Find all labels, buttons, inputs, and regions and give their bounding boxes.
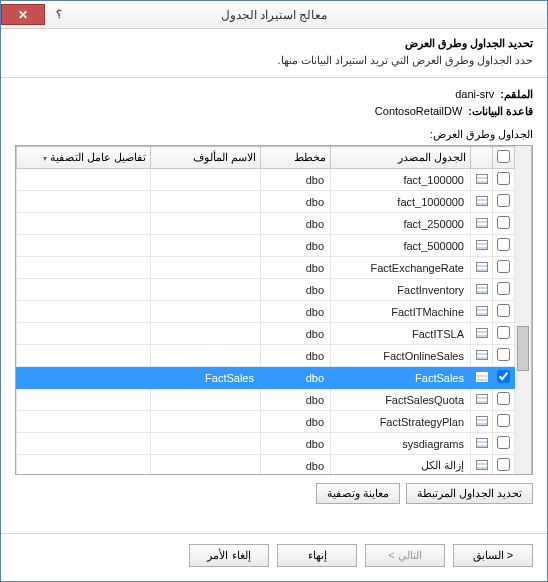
row-schema: dbo — [261, 213, 331, 235]
table-icon — [476, 262, 488, 272]
col-icon — [471, 147, 493, 169]
table-row[interactable]: FactStrategyPlandbo — [17, 411, 515, 433]
table-icon — [476, 372, 488, 382]
row-schema: dbo — [261, 191, 331, 213]
row-checkbox[interactable] — [497, 238, 510, 251]
row-check-cell — [493, 235, 515, 257]
row-checkbox[interactable] — [497, 194, 510, 207]
finish-button[interactable]: إنهاء — [277, 544, 357, 567]
vertical-scrollbar[interactable] — [515, 146, 532, 474]
row-filter — [17, 323, 151, 345]
row-source: fact_1000000 — [331, 191, 471, 213]
table-row[interactable]: FactITSLAdbo — [17, 323, 515, 345]
wizard-window: ✕ ؟ معالج استيراد الجدول تحديد الجداول و… — [0, 0, 548, 582]
cancel-button[interactable]: إلغاء الأمر — [189, 544, 269, 567]
row-alias — [151, 213, 261, 235]
row-icon-cell — [471, 367, 493, 389]
col-schema[interactable]: مخطط — [261, 147, 331, 169]
table-row[interactable]: FactSalesQuotadbo — [17, 389, 515, 411]
row-check-cell — [493, 301, 515, 323]
row-filter — [17, 191, 151, 213]
grid-viewport: الجدول المصدر مخطط الاسم المألوف تفاصيل … — [16, 146, 515, 474]
col-check — [493, 147, 515, 169]
row-check-cell — [493, 455, 515, 475]
col-source[interactable]: الجدول المصدر — [331, 147, 471, 169]
row-checkbox[interactable] — [497, 414, 510, 427]
preview-filter-button[interactable]: معاينة وتصفية — [316, 483, 400, 504]
row-checkbox[interactable] — [497, 392, 510, 405]
row-checkbox[interactable] — [497, 326, 510, 339]
row-filter — [17, 389, 151, 411]
server-row: الملقم: dani-srv — [15, 88, 533, 101]
table-row[interactable]: sysdiagramsdbo — [17, 433, 515, 455]
row-schema: dbo — [261, 323, 331, 345]
row-check-cell — [493, 257, 515, 279]
grid-label: الجداول وطرق العرض: — [15, 128, 533, 141]
row-alias — [151, 411, 261, 433]
table-row[interactable]: FactOnlineSalesdbo — [17, 345, 515, 367]
row-filter — [17, 455, 151, 475]
select-all-checkbox[interactable] — [497, 150, 510, 163]
row-checkbox[interactable] — [497, 260, 510, 273]
row-schema: dbo — [261, 433, 331, 455]
row-alias — [151, 323, 261, 345]
row-icon-cell — [471, 433, 493, 455]
table-row[interactable]: FactInventorydbo — [17, 279, 515, 301]
window-title: معالج استيراد الجدول — [1, 8, 547, 22]
row-schema: dbo — [261, 169, 331, 191]
row-checkbox[interactable] — [497, 348, 510, 361]
row-icon-cell — [471, 169, 493, 191]
row-icon-cell — [471, 455, 493, 475]
table-row[interactable]: fact_500000dbo — [17, 235, 515, 257]
table-icon — [476, 218, 488, 228]
help-icon: ؟ — [56, 8, 62, 21]
row-checkbox[interactable] — [497, 436, 510, 449]
table-row[interactable]: fact_250000dbo — [17, 213, 515, 235]
row-checkbox[interactable] — [497, 458, 510, 471]
table-row[interactable]: FactExchangeRatedbo — [17, 257, 515, 279]
row-alias — [151, 455, 261, 475]
row-checkbox[interactable] — [497, 282, 510, 295]
table-icon — [476, 240, 488, 250]
table-icon — [476, 438, 488, 448]
wizard-header-subtitle: حدد الجداول وطرق العرض التي تريد استيراد… — [15, 54, 533, 67]
back-button[interactable]: < السابق — [453, 544, 533, 567]
table-row[interactable]: FactSalesdboFactSales — [17, 367, 515, 389]
table-icon — [476, 174, 488, 184]
col-alias[interactable]: الاسم المألوف — [151, 147, 261, 169]
row-checkbox[interactable] — [497, 216, 510, 229]
row-icon-cell — [471, 213, 493, 235]
row-source: إزالة الكل — [331, 455, 471, 475]
row-check-cell — [493, 367, 515, 389]
select-related-button[interactable]: تحديد الجداول المرتبطة — [406, 483, 533, 504]
row-icon-cell — [471, 345, 493, 367]
row-alias: FactSales — [151, 367, 261, 389]
table-icon — [476, 284, 488, 294]
row-checkbox[interactable] — [497, 172, 510, 185]
database-label: قاعدة البيانات: — [468, 105, 533, 118]
row-check-cell — [493, 279, 515, 301]
wizard-footer: < السابق التالي > إنهاء إلغاء الأمر — [1, 533, 547, 581]
help-button[interactable]: ؟ — [45, 4, 73, 25]
col-filter[interactable]: تفاصيل عامل التصفية ▾ — [17, 147, 151, 169]
row-alias — [151, 169, 261, 191]
col-filter-label: تفاصيل عامل التصفية — [50, 151, 146, 163]
row-source: sysdiagrams — [331, 433, 471, 455]
table-row[interactable]: FactITMachinedbo — [17, 301, 515, 323]
row-source: FactSales — [331, 367, 471, 389]
row-checkbox[interactable] — [497, 304, 510, 317]
titlebar: ✕ ؟ معالج استيراد الجدول — [1, 1, 547, 29]
row-checkbox[interactable] — [497, 370, 510, 383]
table-icon — [476, 306, 488, 316]
row-filter — [17, 235, 151, 257]
close-button[interactable]: ✕ — [1, 4, 45, 25]
row-filter — [17, 411, 151, 433]
row-filter — [17, 301, 151, 323]
row-icon-cell — [471, 389, 493, 411]
table-row[interactable]: fact_100000dbo — [17, 169, 515, 191]
next-button: التالي > — [365, 544, 445, 567]
table-row[interactable]: إزالة الكلdbo — [17, 455, 515, 475]
table-row[interactable]: fact_1000000dbo — [17, 191, 515, 213]
scrollbar-thumb[interactable] — [517, 326, 529, 371]
row-schema: dbo — [261, 345, 331, 367]
